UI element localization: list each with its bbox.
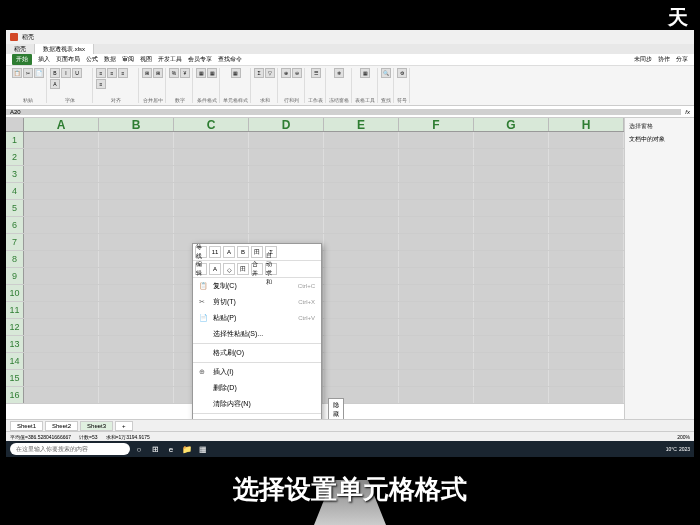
context-menu-item[interactable]: 删除(D)	[193, 380, 321, 396]
mini-toolbar-button[interactable]: 田	[237, 263, 249, 275]
row-header[interactable]: 7	[6, 234, 24, 250]
grid-cell[interactable]	[324, 353, 399, 369]
grid-cell[interactable]	[99, 217, 174, 233]
grid-cell[interactable]	[549, 166, 624, 182]
grid-cell[interactable]	[24, 217, 99, 233]
app-taskbar-icon[interactable]: ▦	[196, 443, 210, 455]
grid-cell[interactable]	[474, 217, 549, 233]
grid-cell[interactable]	[24, 251, 99, 267]
grid-cell[interactable]	[324, 285, 399, 301]
grid-cell[interactable]	[549, 302, 624, 318]
ribbon-button[interactable]: I	[61, 68, 71, 78]
row-header[interactable]: 10	[6, 285, 24, 301]
grid-cell[interactable]	[324, 251, 399, 267]
ribbon-button[interactable]: ⚙	[397, 68, 407, 78]
cortana-icon[interactable]: ○	[132, 443, 146, 455]
weather-tray[interactable]: 10°C	[666, 446, 677, 452]
share-button[interactable]: 分享	[676, 55, 688, 64]
grid-cell[interactable]	[99, 387, 174, 403]
add-sheet-button[interactable]: +	[115, 421, 133, 431]
grid-cell[interactable]	[24, 319, 99, 335]
tab-document[interactable]: 数据透视表.xlsx	[35, 44, 94, 54]
grid-cell[interactable]	[549, 387, 624, 403]
grid-cell[interactable]	[24, 200, 99, 216]
ribbon-button[interactable]: ☰	[311, 68, 321, 78]
grid-cell[interactable]	[174, 132, 249, 148]
context-menu-item[interactable]: 📋复制(C)Ctrl+C	[193, 278, 321, 294]
grid-cell[interactable]	[324, 217, 399, 233]
grid-cell[interactable]	[399, 370, 474, 386]
grid-cell[interactable]	[24, 302, 99, 318]
grid-cell[interactable]	[324, 166, 399, 182]
grid-cell[interactable]	[399, 183, 474, 199]
grid-cell[interactable]	[324, 234, 399, 250]
grid-cell[interactable]	[24, 166, 99, 182]
grid-cell[interactable]	[324, 183, 399, 199]
grid-cell[interactable]	[99, 132, 174, 148]
context-menu-item[interactable]: 📄粘贴(P)Ctrl+V	[193, 310, 321, 326]
menu-data[interactable]: 数据	[104, 55, 116, 64]
grid-cell[interactable]	[474, 166, 549, 182]
row-header[interactable]: 6	[6, 217, 24, 233]
grid-cell[interactable]	[549, 217, 624, 233]
grid-cell[interactable]	[549, 285, 624, 301]
mini-toolbar-button[interactable]: A	[209, 263, 221, 275]
grid-cell[interactable]	[474, 251, 549, 267]
ribbon-button[interactable]: ▦	[231, 68, 241, 78]
column-header[interactable]: A	[24, 118, 99, 131]
grid-cell[interactable]	[399, 302, 474, 318]
menu-search[interactable]: 查找命令	[218, 55, 242, 64]
grid-cell[interactable]	[474, 302, 549, 318]
grid-cell[interactable]	[324, 149, 399, 165]
row-header[interactable]: 11	[6, 302, 24, 318]
mini-toolbar-button[interactable]: 等线	[195, 246, 207, 258]
column-header[interactable]: F	[399, 118, 474, 131]
grid-cell[interactable]	[474, 387, 549, 403]
menu-layout[interactable]: 页面布局	[56, 55, 80, 64]
grid-cell[interactable]	[99, 319, 174, 335]
grid-cell[interactable]	[549, 234, 624, 250]
grid-cell[interactable]	[99, 285, 174, 301]
mini-toolbar-button[interactable]: B	[237, 246, 249, 258]
grid-cell[interactable]	[399, 353, 474, 369]
column-header[interactable]: B	[99, 118, 174, 131]
ribbon-button[interactable]: ✂	[23, 68, 33, 78]
grid-cell[interactable]	[474, 183, 549, 199]
column-header[interactable]: C	[174, 118, 249, 131]
row-header[interactable]: 8	[6, 251, 24, 267]
grid-cell[interactable]	[399, 387, 474, 403]
grid-cell[interactable]	[99, 200, 174, 216]
folder-icon[interactable]: 📁	[180, 443, 194, 455]
mini-toolbar-button[interactable]: 编辑	[195, 263, 207, 275]
grid-cell[interactable]	[549, 200, 624, 216]
column-header[interactable]: G	[474, 118, 549, 131]
ribbon-button[interactable]: ❄	[334, 68, 344, 78]
grid-cell[interactable]	[549, 132, 624, 148]
ribbon-button[interactable]: ≡	[107, 68, 117, 78]
context-menu-item[interactable]: ✂剪切(T)Ctrl+X	[193, 294, 321, 310]
ribbon-button[interactable]: 🔍	[381, 68, 391, 78]
grid-cell[interactable]	[324, 370, 399, 386]
menu-review[interactable]: 审阅	[122, 55, 134, 64]
grid-cell[interactable]	[249, 183, 324, 199]
grid-cell[interactable]	[549, 183, 624, 199]
grid-cell[interactable]	[399, 336, 474, 352]
grid-cell[interactable]	[24, 370, 99, 386]
grid-cell[interactable]	[399, 166, 474, 182]
grid-cell[interactable]	[24, 268, 99, 284]
context-menu-item[interactable]: 清除内容(N)	[193, 396, 321, 412]
grid-cell[interactable]	[24, 183, 99, 199]
mini-toolbar-button[interactable]: ◇	[223, 263, 235, 275]
row-header[interactable]: 3	[6, 166, 24, 182]
grid-cell[interactable]	[99, 251, 174, 267]
grid-cell[interactable]	[24, 285, 99, 301]
select-all-corner[interactable]	[6, 118, 24, 131]
grid-cell[interactable]	[249, 217, 324, 233]
tab-home[interactable]: 稻壳	[6, 44, 35, 54]
row-header[interactable]: 15	[6, 370, 24, 386]
grid-cell[interactable]	[399, 217, 474, 233]
row-header[interactable]: 1	[6, 132, 24, 148]
menu-dev[interactable]: 开发工具	[158, 55, 182, 64]
ribbon-button[interactable]: ≡	[118, 68, 128, 78]
ribbon-button[interactable]: ≡	[96, 68, 106, 78]
